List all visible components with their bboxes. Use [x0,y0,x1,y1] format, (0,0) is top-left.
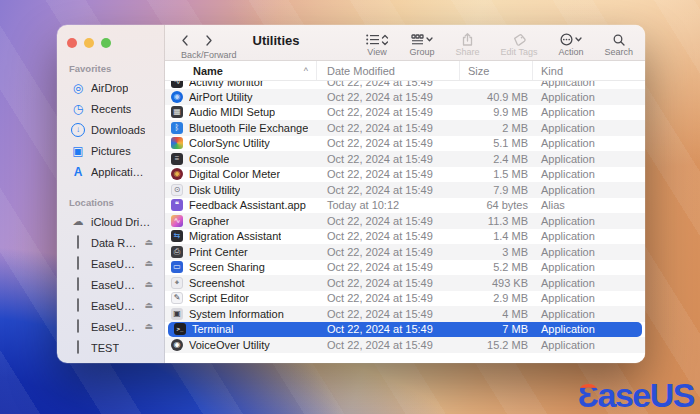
file-size-cell: 4 MB [460,306,533,322]
external-drive-icon [71,300,85,311]
print-center-icon: ⎙ [171,246,183,258]
eject-icon[interactable]: ⏏ [144,238,153,247]
external-drive-icon [77,277,79,291]
activity-monitor-icon: ∿ [171,81,183,88]
file-date-modified-cell: Oct 22, 2024 at 15:49 [317,167,460,183]
desktop: Favorites ◎AirDrop◷Recents↓Downloads▣Pic… [0,0,700,414]
search-button[interactable]: Search [604,25,633,60]
action-button[interactable]: Action [558,25,583,60]
file-row-screen-sharing[interactable]: ▭Screen SharingOct 22, 2024 at 15:495.2 … [165,260,645,276]
file-date-modified-cell: Oct 22, 2024 at 15:49 [317,105,460,121]
file-row-disk-utility[interactable]: ⊙Disk UtilityOct 22, 2024 at 15:497.9 MB… [165,182,645,198]
file-row-system-information[interactable]: ▣System InformationOct 22, 2024 at 15:49… [165,306,645,322]
file-row-console[interactable]: ≡ConsoleOct 22, 2024 at 15:492.4 MBAppli… [165,151,645,167]
search-label: Search [604,47,633,57]
file-name-cell: ⊙Disk Utility [165,182,317,198]
file-row-voiceover-utility[interactable]: ◉VoiceOver UtilityOct 22, 2024 at 15:491… [165,337,645,353]
sidebar-item-easeu[interactable]: EaseU…⏏ [61,274,160,295]
file-size-cell: 64 bytes [460,198,533,214]
file-row-digital-color-meter[interactable]: ◉Digital Color MeterOct 22, 2024 at 15:4… [165,167,645,183]
file-name-cell: ▭Screen Sharing [165,260,317,276]
column-header-name[interactable]: Name ^ [165,61,317,80]
column-header-size[interactable]: Size [460,61,533,80]
recents-clock-icon: ◷ [71,103,85,115]
file-date-modified-cell: Oct 22, 2024 at 15:49 [317,120,460,136]
file-name-label: Terminal [192,323,234,335]
downloads-icon: ↓ [71,123,85,137]
file-date-modified-cell: Oct 22, 2024 at 15:49 [317,81,460,89]
file-kind-cell: Application [533,120,645,136]
external-drive-icon [71,342,85,353]
file-kind-cell: Application [533,105,645,121]
file-row-script-editor[interactable]: ✎Script EditorOct 22, 2024 at 15:492.9 M… [165,291,645,307]
eject-icon[interactable]: ⏏ [144,322,153,331]
file-name-label: ColorSync Utility [189,137,270,149]
file-date-modified-cell: Oct 22, 2024 at 15:49 [317,182,460,198]
sidebar-item-test[interactable]: TEST [61,337,160,358]
file-name-cell: ⎙Print Center [165,244,317,260]
file-kind-cell: Application [533,275,645,291]
file-row-grapher[interactable]: ∿GrapherOct 22, 2024 at 15:4911.3 MBAppl… [165,213,645,229]
file-row-airport-utility[interactable]: ◉AirPort UtilityOct 22, 2024 at 15:4940.… [165,89,645,105]
eject-icon[interactable]: ⏏ [144,259,153,268]
file-row-feedback-assistant-app[interactable]: ❝Feedback Assistant.appToday at 10:1264 … [165,198,645,214]
sidebar-item-applicati[interactable]: AApplicati… [61,161,160,182]
pictures-icon: ▣ [71,145,85,157]
column-header-date-modified[interactable]: Date Modified [317,61,460,80]
file-size-cell: 5.1 MB [460,136,533,152]
edit-tags-label: Edit Tags [501,47,538,57]
file-row-print-center[interactable]: ⎙Print CenterOct 22, 2024 at 15:493 MBAp… [165,244,645,260]
file-kind-cell: Application [533,229,645,245]
sidebar-item-icloud-dri[interactable]: ☁iCloud Dri… [61,211,160,232]
file-row-bluetooth-file-exchange[interactable]: ᛒBluetooth File ExchangeOct 22, 2024 at … [165,120,645,136]
eject-icon[interactable]: ⏏ [144,301,153,310]
share-button: Share [456,25,480,60]
file-row-terminal[interactable]: >_TerminalOct 22, 2024 at 15:497 MBAppli… [168,322,642,338]
column-header-kind[interactable]: Kind [533,61,645,80]
file-row-colorsync-utility[interactable]: ColorSync UtilityOct 22, 2024 at 15:495.… [165,136,645,152]
airdrop-icon: ◎ [71,82,85,94]
external-drive-icon [77,256,79,270]
file-date-modified-cell: Oct 22, 2024 at 15:49 [317,244,460,260]
sidebar-item-easeu[interactable]: EaseU…⏏ [61,316,160,337]
sidebar-item-label: Data R… [91,237,136,249]
group-button[interactable]: Group [410,25,435,60]
sidebar-item-recents[interactable]: ◷Recents [61,98,160,119]
file-row-migration-assistant[interactable]: ⇆Migration AssistantOct 22, 2024 at 15:4… [165,229,645,245]
screen-sharing-icon: ▭ [171,261,183,273]
sidebar-item-easeu[interactable]: EaseU…⏏ [61,253,160,274]
sidebar-item-downloads[interactable]: ↓Downloads [61,119,160,140]
sidebar-item-label: EaseU… [91,321,135,333]
forward-button[interactable] [205,32,213,50]
file-row-audio-midi-setup[interactable]: ▦Audio MIDI SetupOct 22, 2024 at 15:499.… [165,105,645,121]
sidebar-item-label: iCloud Dri… [91,216,150,228]
sidebar-item-airdrop[interactable]: ◎AirDrop [61,77,160,98]
search-icon [613,34,625,46]
sidebar-item-pictures[interactable]: ▣Pictures [61,140,160,161]
back-button[interactable] [181,32,189,50]
file-kind-cell: Application [533,89,645,105]
close-window-button[interactable] [67,38,77,48]
eject-icon[interactable]: ⏏ [144,280,153,289]
view-button[interactable]: View [366,25,389,60]
minimize-window-button[interactable] [84,38,94,48]
file-kind-cell: Application [533,151,645,167]
file-row-activity-monitor[interactable]: ∿Activity MonitorOct 22, 2024 at 15:49Ap… [165,81,645,89]
zoom-window-button[interactable] [101,38,111,48]
disk-utility-icon: ⊙ [171,184,183,196]
file-list: ∿Activity MonitorOct 22, 2024 at 15:49Ap… [165,81,645,363]
finder-toolbar: Back/Forward Utilities [165,25,645,61]
file-name-label: Print Center [189,246,248,258]
file-kind-cell: Application [533,244,645,260]
sidebar-locations-heading: Locations [69,197,164,208]
sidebar-item-label: Pictures [91,145,131,157]
file-size-cell: 11.3 MB [460,213,533,229]
file-size-cell: 493 KB [460,275,533,291]
sort-ascending-icon: ^ [304,66,316,76]
airport-utility-icon: ◉ [171,91,183,103]
file-kind-cell: Application [533,322,642,338]
sidebar-item-data-r[interactable]: Data R…⏏ [61,232,160,253]
sidebar-item-easeu[interactable]: EaseU…⏏ [61,295,160,316]
script-editor-icon: ✎ [171,292,183,304]
file-row-screenshot[interactable]: ⌖ScreenshotOct 22, 2024 at 15:49493 KBAp… [165,275,645,291]
